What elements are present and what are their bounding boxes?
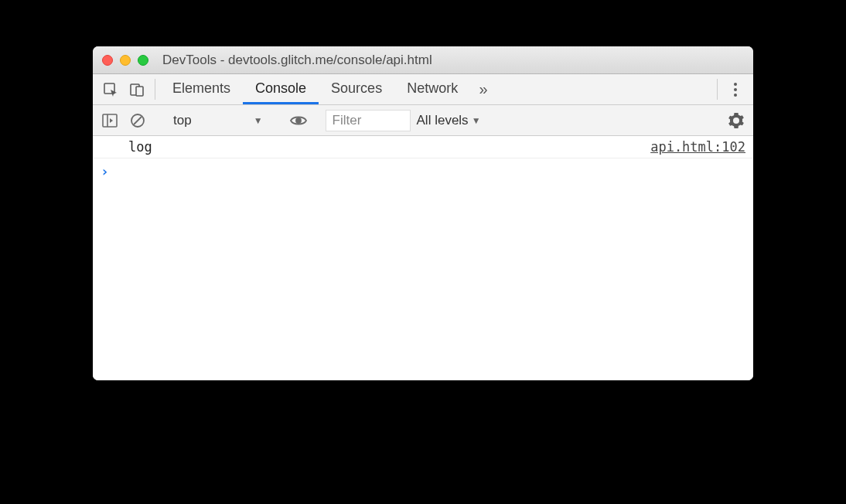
tab-sources[interactable]: Sources xyxy=(319,74,394,104)
divider xyxy=(717,79,718,100)
dropdown-icon: ▼ xyxy=(254,115,263,126)
window-title: DevTools - devtools.glitch.me/console/ap… xyxy=(162,53,432,68)
svg-point-3 xyxy=(734,83,737,86)
inspect-element-icon[interactable] xyxy=(97,74,124,104)
console-toolbar: top ▼ All levels ▼ xyxy=(93,105,753,136)
devtools-window: DevTools - devtools.glitch.me/console/ap… xyxy=(93,46,753,380)
console-input[interactable] xyxy=(115,162,745,180)
zoom-window-button[interactable] xyxy=(138,55,148,66)
log-source-link[interactable]: api.html:102 xyxy=(650,139,745,155)
log-levels-selector[interactable]: All levels ▼ xyxy=(417,113,481,128)
clear-console-icon[interactable] xyxy=(127,110,148,131)
titlebar: DevTools - devtools.glitch.me/console/ap… xyxy=(93,46,753,74)
console-prompt[interactable]: › xyxy=(93,158,753,183)
tab-console[interactable]: Console xyxy=(243,74,319,104)
eye-icon[interactable] xyxy=(288,110,309,131)
log-message: log xyxy=(128,139,650,155)
device-toolbar-icon[interactable] xyxy=(124,74,150,104)
dropdown-icon: ▼ xyxy=(472,115,481,126)
minimize-window-button[interactable] xyxy=(120,55,131,66)
tab-network[interactable]: Network xyxy=(394,74,470,104)
filter-input[interactable] xyxy=(326,110,411,131)
svg-point-5 xyxy=(734,94,737,97)
log-entry: log api.html:102 xyxy=(93,136,753,158)
levels-label: All levels xyxy=(417,113,469,128)
tab-elements[interactable]: Elements xyxy=(160,74,243,104)
divider xyxy=(155,79,155,100)
svg-point-10 xyxy=(296,118,301,123)
svg-point-11 xyxy=(735,118,739,122)
svg-rect-2 xyxy=(136,87,143,96)
context-label: top xyxy=(173,113,192,128)
console-output: log api.html:102 › xyxy=(93,136,753,380)
svg-line-9 xyxy=(134,117,142,124)
tab-bar: Elements Console Sources Network » xyxy=(93,74,753,105)
menu-icon[interactable] xyxy=(722,74,749,104)
close-window-button[interactable] xyxy=(102,55,113,66)
sidebar-toggle-icon[interactable] xyxy=(99,110,121,131)
context-selector[interactable]: top ▼ xyxy=(165,111,271,131)
svg-point-4 xyxy=(734,88,737,91)
traffic-lights xyxy=(102,55,148,66)
prompt-caret-icon: › xyxy=(101,163,109,179)
settings-icon[interactable] xyxy=(725,110,747,131)
more-tabs-icon[interactable]: » xyxy=(470,74,496,104)
